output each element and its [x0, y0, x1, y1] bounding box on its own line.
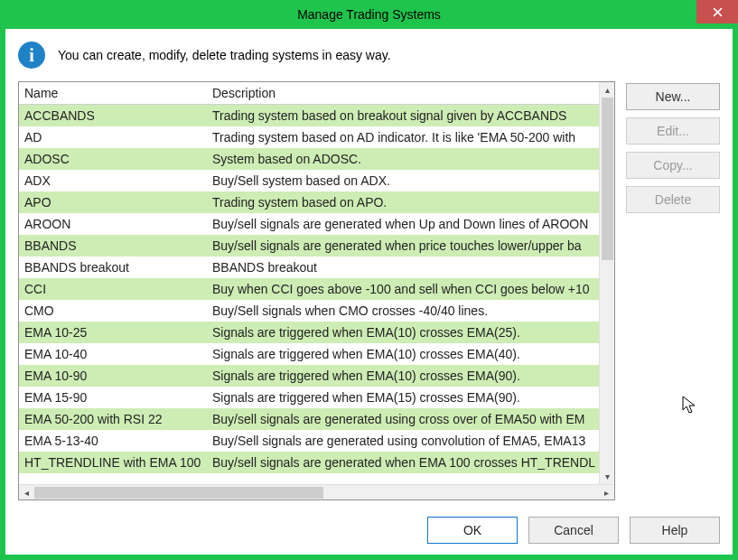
help-button[interactable]: Help	[630, 517, 720, 544]
table-row[interactable]: EMA 5-13-40Buy/Sell signals are generate…	[19, 430, 599, 452]
cell-name: EMA 15-90	[19, 387, 207, 408]
info-text: You can create, modify, delete trading s…	[58, 48, 391, 62]
cell-description: Trading system based on AD indicator. It…	[207, 126, 599, 148]
cell-name: BBANDS	[19, 235, 207, 257]
close-icon	[713, 7, 723, 17]
cell-name: HT_TRENDLINE with EMA 100	[19, 452, 207, 473]
vertical-scroll-thumb[interactable]	[602, 98, 613, 260]
table-row[interactable]: ADOSCSystem based on ADOSC.	[19, 148, 599, 170]
close-button[interactable]	[696, 0, 738, 23]
scroll-left-arrow[interactable]: ◂	[19, 485, 34, 500]
horizontal-scrollbar[interactable]: ◂ ▸	[19, 484, 614, 499]
cell-name: EMA 10-25	[19, 322, 207, 343]
cell-name: CCI	[19, 278, 207, 300]
cell-description: Buy/sell signals are generated when Up a…	[207, 213, 599, 235]
table-row[interactable]: EMA 15-90Signals are triggered when EMA(…	[19, 387, 599, 408]
cell-description: Buy/Sell system based on ADX.	[207, 170, 599, 191]
table-row[interactable]: CMOBuy/Sell signals when CMO crosses -40…	[19, 300, 599, 322]
cell-description: Trading system based on APO.	[207, 191, 599, 213]
cell-name: EMA 10-40	[19, 343, 207, 365]
ok-button[interactable]: OK	[427, 517, 518, 544]
cell-description: Signals are triggered when EMA(15) cross…	[207, 387, 599, 408]
table-row[interactable]: BBANDS breakoutBBANDS breakout	[19, 257, 599, 278]
cell-description: Signals are triggered when EMA(10) cross…	[207, 365, 599, 387]
table-row[interactable]: ADTrading system based on AD indicator. …	[19, 126, 599, 148]
table-row[interactable]: HT_TRENDLINE with EMA 100Buy/sell signal…	[19, 452, 599, 473]
edit-button[interactable]: Edit...	[626, 117, 720, 145]
cell-description: Signals are triggered when EMA(10) cross…	[207, 343, 599, 365]
cell-description: Buy/sell signals are generated when EMA …	[207, 452, 599, 473]
copy-button[interactable]: Copy...	[626, 152, 720, 179]
scroll-down-arrow[interactable]: ▾	[600, 469, 614, 484]
cell-description: Buy/Sell signals when CMO crosses -40/40…	[207, 300, 599, 322]
table-row[interactable]: CCIBuy when CCI goes above -100 and sell…	[19, 278, 599, 300]
cell-name: AROON	[19, 213, 207, 235]
table-row[interactable]: APOTrading system based on APO.	[19, 191, 599, 213]
delete-button[interactable]: Delete	[626, 186, 720, 213]
bottom-button-row: OK Cancel Help	[5, 509, 733, 555]
horizontal-scroll-thumb[interactable]	[34, 487, 323, 499]
table-row[interactable]: BBANDSBuy/sell signals are generated whe…	[19, 235, 599, 257]
cell-name: APO	[19, 191, 207, 213]
cell-description: Signals are triggered when EMA(10) cross…	[207, 322, 599, 343]
vertical-scrollbar[interactable]: ▴ ▾	[599, 82, 614, 484]
cell-name: ACCBANDS	[19, 105, 207, 126]
cancel-button[interactable]: Cancel	[528, 517, 619, 544]
table-row[interactable]: EMA 50-200 with RSI 22Buy/sell signals a…	[19, 408, 599, 430]
cell-description: Buy/sell signals are generated when pric…	[207, 235, 599, 257]
cell-description: BBANDS breakout	[207, 257, 599, 278]
table-row[interactable]: EMA 10-90Signals are triggered when EMA(…	[19, 365, 599, 387]
cell-name: EMA 5-13-40	[19, 430, 207, 452]
cell-name: BBANDS breakout	[19, 257, 207, 278]
manage-trading-systems-window: Manage Trading Systems i You can create,…	[0, 0, 738, 560]
scroll-up-arrow[interactable]: ▴	[600, 82, 614, 98]
cell-description: Buy when CCI goes above -100 and sell wh…	[207, 278, 599, 300]
table-row[interactable]: EMA 10-40Signals are triggered when EMA(…	[19, 343, 599, 365]
table-row[interactable]: AROONBuy/sell signals are generated when…	[19, 213, 599, 235]
col-header-description[interactable]: Description	[207, 82, 599, 105]
table-row[interactable]: ADXBuy/Sell system based on ADX.	[19, 170, 599, 191]
table-row[interactable]: EMA 10-25Signals are triggered when EMA(…	[19, 322, 599, 343]
cell-name: EMA 50-200 with RSI 22	[19, 408, 207, 430]
cell-name: ADX	[19, 170, 207, 191]
info-icon: i	[18, 42, 45, 69]
info-row: i You can create, modify, delete trading…	[5, 29, 733, 81]
side-buttons: New... Edit... Copy... Delete	[626, 81, 720, 500]
content-row: Name Description ACCBANDSTrading system …	[5, 81, 733, 509]
scroll-right-arrow[interactable]: ▸	[599, 485, 614, 500]
cell-name: CMO	[19, 300, 207, 322]
table-row[interactable]: ACCBANDSTrading system based on breakout…	[19, 105, 599, 126]
cell-name: AD	[19, 126, 207, 148]
new-button[interactable]: New...	[626, 83, 720, 110]
cell-description: Trading system based on breakout signal …	[207, 105, 599, 126]
titlebar: Manage Trading Systems	[0, 0, 738, 29]
cell-name: ADOSC	[19, 148, 207, 170]
cell-description: Buy/Sell signals are generated using con…	[207, 430, 599, 452]
cell-description: Buy/sell signals are generated using cro…	[207, 408, 599, 430]
col-header-name[interactable]: Name	[19, 82, 207, 105]
cell-name: EMA 10-90	[19, 365, 207, 387]
window-title: Manage Trading Systems	[297, 7, 441, 22]
systems-table: Name Description ACCBANDSTrading system …	[18, 81, 615, 500]
cell-description: System based on ADOSC.	[207, 148, 599, 170]
